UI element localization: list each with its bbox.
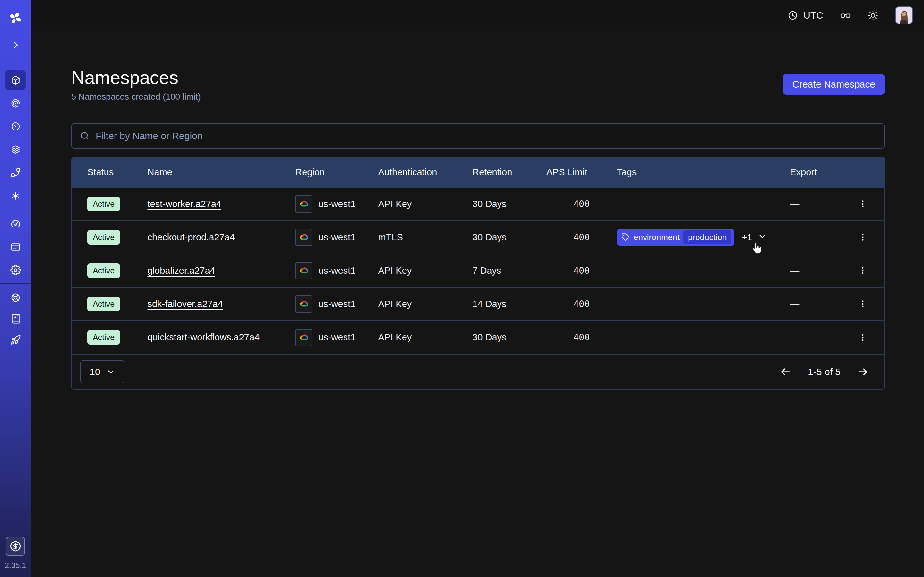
gcp-cloud-icon bbox=[295, 229, 312, 246]
sidebar-divider bbox=[0, 284, 31, 284]
filter-input[interactable] bbox=[95, 131, 877, 141]
next-page-button[interactable] bbox=[856, 365, 870, 379]
region-label: us-west1 bbox=[318, 199, 355, 210]
tags-expand-chevron-icon[interactable] bbox=[758, 231, 767, 243]
namespace-link[interactable]: quickstart-workflows.a27a4 bbox=[147, 332, 260, 342]
sidebar-item-getting-started[interactable] bbox=[5, 330, 26, 350]
sidebar-item-settings[interactable] bbox=[5, 259, 26, 280]
user-avatar[interactable] bbox=[895, 6, 913, 24]
gcp-cloud-icon bbox=[295, 262, 312, 279]
search-icon bbox=[79, 131, 90, 141]
clock-icon bbox=[787, 10, 798, 21]
filter-bar bbox=[71, 123, 885, 149]
tag-key: environment bbox=[634, 232, 680, 242]
page-title: Namespaces bbox=[71, 67, 201, 88]
aps-value: 400 bbox=[546, 287, 617, 321]
retention-value: 7 Days bbox=[472, 254, 546, 287]
table-row: Active test-worker.a27a4 us-west1 API Ke… bbox=[72, 187, 884, 221]
table-row: Active globalizer.a27a4 us-west1 API Key… bbox=[72, 254, 884, 287]
status-badge: Active bbox=[87, 297, 120, 311]
row-menu-kebab-icon[interactable] bbox=[855, 263, 871, 278]
tag-value: production bbox=[683, 230, 731, 244]
export-value: — bbox=[790, 321, 855, 354]
sidebar-item-batch-operations[interactable] bbox=[5, 185, 26, 206]
retention-value: 14 Days bbox=[472, 287, 546, 321]
row-menu-kebab-icon[interactable] bbox=[855, 196, 871, 211]
table-row: Active quickstart-workflows.a27a4 us-wes… bbox=[72, 321, 884, 354]
namespace-link[interactable]: test-worker.a27a4 bbox=[147, 199, 221, 209]
labs-glasses-icon[interactable] bbox=[840, 10, 851, 21]
gcp-cloud-icon bbox=[295, 295, 312, 313]
sidebar-item-docs[interactable] bbox=[5, 308, 26, 329]
sidebar-item-support[interactable] bbox=[5, 287, 26, 308]
status-badge: Active bbox=[87, 230, 120, 245]
auth-value: mTLS bbox=[378, 221, 473, 254]
region-label: us-west1 bbox=[318, 299, 355, 309]
sidebar-item-deployments[interactable] bbox=[5, 139, 26, 160]
page-header: Namespaces 5 Namespaces created (100 lim… bbox=[71, 67, 885, 102]
page-size-value: 10 bbox=[89, 366, 100, 377]
col-retention: Retention bbox=[472, 158, 546, 187]
table-header-row: Status Name Region Authentication Retent… bbox=[72, 158, 884, 187]
sidebar-item-namespaces[interactable] bbox=[5, 70, 26, 90]
retention-value: 30 Days bbox=[472, 221, 546, 254]
retention-value: 30 Days bbox=[472, 187, 546, 221]
namespace-link[interactable]: globalizer.a27a4 bbox=[147, 266, 215, 276]
status-badge: Active bbox=[87, 197, 120, 211]
status-badge: Active bbox=[87, 263, 120, 278]
row-menu-kebab-icon[interactable] bbox=[855, 229, 871, 245]
row-menu-kebab-icon[interactable] bbox=[855, 296, 871, 311]
sidebar-item-billing[interactable] bbox=[5, 237, 26, 257]
aps-value: 400 bbox=[546, 221, 617, 254]
aps-value: 400 bbox=[546, 254, 617, 287]
pagination-range: 1-5 of 5 bbox=[808, 366, 841, 377]
sidebar-item-usage[interactable] bbox=[5, 213, 26, 234]
col-authentication: Authentication bbox=[378, 158, 473, 187]
row-menu-kebab-icon[interactable] bbox=[855, 330, 871, 345]
auth-value: API Key bbox=[378, 287, 473, 321]
export-value: — bbox=[790, 187, 855, 221]
temporal-logo[interactable] bbox=[5, 8, 26, 28]
sidebar: 2.35.1 bbox=[0, 0, 31, 577]
col-tags: Tags bbox=[617, 158, 790, 187]
sidebar-item-nexus[interactable] bbox=[5, 162, 26, 183]
export-value: — bbox=[790, 221, 855, 254]
arrow-right-icon bbox=[857, 366, 869, 378]
arrow-left-icon bbox=[780, 366, 791, 378]
namespaces-table: Status Name Region Authentication Retent… bbox=[71, 157, 885, 390]
namespace-link[interactable]: checkout-prod.a27a4 bbox=[147, 232, 234, 242]
credits-badge-dollar-icon[interactable] bbox=[6, 537, 25, 556]
sidebar-item-workflows[interactable] bbox=[5, 93, 26, 113]
col-export: Export bbox=[790, 158, 855, 187]
col-region: Region bbox=[295, 158, 378, 187]
page-size-select[interactable]: 10 bbox=[80, 360, 124, 384]
sidebar-expand-chevron-icon[interactable] bbox=[5, 38, 26, 52]
table-row: Active sdk-failover.a27a4 us-west1 API K… bbox=[72, 287, 884, 321]
status-badge: Active bbox=[87, 330, 120, 345]
region-label: us-west1 bbox=[318, 266, 355, 276]
auth-value: API Key bbox=[378, 254, 473, 287]
tag-icon bbox=[622, 233, 630, 242]
export-value: — bbox=[790, 254, 855, 287]
theme-sun-icon[interactable] bbox=[867, 10, 879, 21]
gcp-cloud-icon bbox=[295, 329, 312, 346]
region-label: us-west1 bbox=[318, 332, 355, 343]
pagination-bar: 10 1-5 of 5 bbox=[72, 354, 884, 389]
previous-page-button[interactable] bbox=[779, 365, 792, 379]
tags-cell: environment production +1 bbox=[617, 229, 790, 245]
app-version: 2.35.1 bbox=[5, 561, 26, 570]
tag-badge[interactable]: environment production bbox=[617, 229, 735, 245]
gcp-cloud-icon bbox=[295, 195, 312, 213]
aps-value: 400 bbox=[546, 187, 617, 221]
table-row: Active checkout-prod.a27a4 us-west1 mTLS… bbox=[72, 221, 884, 254]
tags-more-count[interactable]: +1 bbox=[741, 232, 752, 243]
auth-value: API Key bbox=[378, 187, 473, 221]
col-actions bbox=[855, 158, 884, 187]
col-status: Status bbox=[72, 158, 147, 187]
main-content: Namespaces 5 Namespaces created (100 lim… bbox=[31, 32, 924, 577]
sidebar-item-schedules[interactable] bbox=[5, 116, 26, 137]
timezone-button[interactable]: UTC bbox=[787, 10, 823, 21]
namespace-link[interactable]: sdk-failover.a27a4 bbox=[147, 299, 223, 309]
create-namespace-button[interactable]: Create Namespace bbox=[783, 74, 885, 95]
aps-value: 400 bbox=[546, 321, 617, 354]
